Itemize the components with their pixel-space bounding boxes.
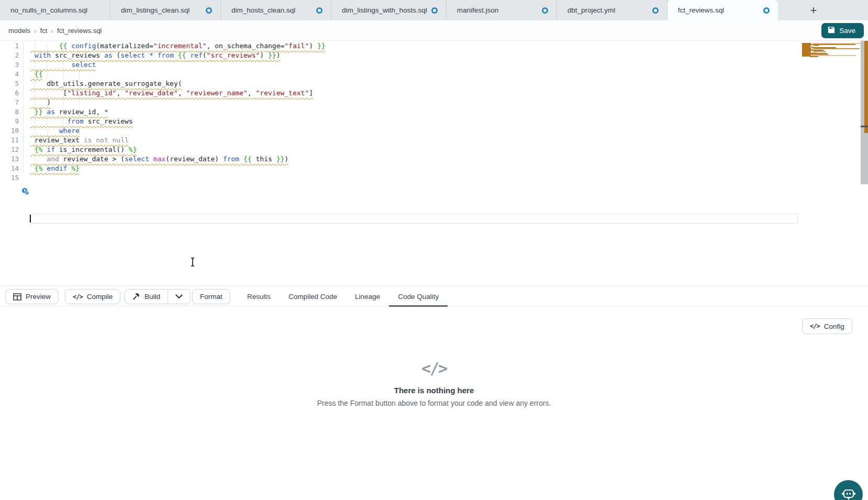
code-line-text: dbt_utils.generate_surrogate_key( (30, 79, 182, 88)
bottom-toolbar: Preview </> Compile Build Format Results… (0, 285, 868, 306)
line-number: 2 (0, 51, 19, 60)
line-number: 4 (0, 70, 19, 79)
editor-tab-label: manifest.json (457, 6, 538, 14)
unsaved-changes-dot (206, 7, 212, 14)
table-icon (13, 293, 21, 301)
breadcrumb-item[interactable]: models (8, 27, 30, 35)
code-quality-panel: </> Config </> There is nothing here Pre… (0, 307, 868, 500)
code-line[interactable]: 4 {{ (0, 70, 326, 79)
line-number: 3 (0, 60, 19, 70)
preview-button[interactable]: Preview (5, 289, 59, 304)
code-line-text: from src_reviews (30, 117, 133, 126)
scrollbar-viewport-line (861, 126, 868, 127)
code-line-text: with src_reviews as (select * from {{ re… (30, 51, 280, 60)
code-editor[interactable]: 1 {{ config(materialized="incremental", … (0, 41, 868, 285)
unsaved-changes-dot (431, 7, 438, 14)
preview-button-label: Preview (26, 293, 51, 301)
mouse-ibeam-cursor (190, 257, 196, 270)
code-slash-icon: </> (0, 359, 868, 377)
editor-tab-label: dim_hosts_clean.sql (231, 6, 312, 14)
save-button-label: Save (839, 27, 855, 35)
code-line[interactable]: 8 }} as review_id, * (0, 107, 326, 117)
breadcrumb-item[interactable]: fct (40, 27, 48, 35)
line-number: 13 (0, 154, 19, 164)
editor-tab[interactable]: dim_listings_with_hosts.sql (331, 0, 447, 20)
panel-tab-code-quality[interactable]: Code Quality (389, 286, 448, 307)
editor-tab[interactable]: dim_hosts_clean.sql (221, 0, 331, 20)
editor-tab[interactable]: no_nulls_in_columns.sql (0, 0, 110, 20)
unsaved-changes-dot (316, 7, 322, 14)
breadcrumb-bar: models›fct›fct_reviews.sql Save (0, 20, 868, 41)
empty-state-title: There is nothing here (0, 386, 868, 395)
code-line[interactable]: 2 with src_reviews as (select * from {{ … (0, 51, 326, 60)
panel-tab-results[interactable]: Results (238, 286, 280, 307)
current-line-highlight (29, 214, 798, 224)
unsaved-changes-dot (652, 7, 659, 14)
line-number: 1 (0, 41, 19, 51)
code-line[interactable]: 11 review_text is not null (0, 136, 326, 145)
breadcrumb: models›fct›fct_reviews.sql (8, 20, 102, 41)
unsaved-changes-dot (763, 7, 770, 14)
floppy-disk-icon (828, 26, 835, 35)
build-split-button: Build (125, 289, 191, 304)
line-number: 14 (0, 164, 19, 173)
code-line[interactable]: 1 {{ config(materialized="incremental", … (0, 41, 326, 51)
line-number: 12 (0, 145, 19, 154)
panel-tab-list: ResultsCompiled CodeLineageCode Quality (238, 286, 448, 307)
code-line[interactable]: 12 {% if is_incremental() %} (0, 145, 326, 154)
editor-tab[interactable]: manifest.json (447, 0, 557, 20)
breadcrumb-separator-icon: › (34, 27, 37, 35)
code-line[interactable]: 7 ) (0, 98, 326, 107)
text-caret (30, 215, 31, 223)
code-line[interactable]: 9 from src_reviews (0, 117, 326, 126)
format-button[interactable]: Format (192, 289, 230, 304)
scrollbar-warning-marks (864, 41, 868, 133)
line-number: 15 (0, 173, 19, 183)
code-icon: </> (73, 293, 83, 301)
build-options-chevron[interactable] (168, 290, 190, 304)
code-line-text: {% if is_incremental() %} (30, 145, 137, 154)
editor-tab[interactable]: dim_listings_clean.sql (110, 0, 221, 20)
code-line[interactable]: 6 ["listing_id", "review_date", "reviewe… (0, 88, 326, 98)
compile-button[interactable]: </> Compile (65, 289, 120, 304)
save-button[interactable]: Save (821, 23, 864, 38)
code-line-text: review_text is not null (30, 136, 129, 145)
code-line-text: ["listing_id", "review_date", "reviewer_… (30, 88, 313, 98)
config-button-label: Config (824, 323, 844, 330)
editor-tab[interactable]: dbt_project.yml (557, 0, 667, 20)
code-line[interactable]: 13 and review_date > (select max(review_… (0, 154, 326, 164)
lightbulb-quickfix-icon[interactable] (21, 187, 29, 197)
editor-tab[interactable]: fct_reviews.sql (667, 0, 778, 20)
config-button[interactable]: </> Config (802, 318, 852, 334)
line-number: 11 (0, 136, 19, 145)
code-line-text: and review_date > (select max(review_dat… (30, 154, 288, 164)
build-button-label: Build (144, 293, 160, 301)
unsaved-changes-dot (542, 7, 548, 14)
breadcrumb-item[interactable]: fct_reviews.sql (57, 27, 102, 35)
editor-tab-label: dim_listings_with_hosts.sql (342, 6, 427, 14)
code-icon: </> (810, 323, 820, 330)
format-button-label: Format (200, 293, 222, 301)
chevron-down-icon (175, 294, 183, 299)
code-line-text: {% endif %} (30, 164, 80, 173)
editor-tab-label: no_nulls_in_columns.sql (10, 6, 102, 14)
editor-scrollbar[interactable] (861, 41, 868, 285)
build-button[interactable]: Build (125, 290, 168, 304)
editor-tab-label: dbt_project.yml (567, 6, 648, 14)
code-line-text: ) (30, 98, 51, 107)
line-number: 6 (0, 88, 19, 98)
editor-minimap[interactable] (802, 41, 861, 285)
code-line[interactable]: 15 (0, 173, 326, 183)
panel-tab-lineage[interactable]: Lineage (346, 286, 389, 307)
line-number: 5 (0, 79, 19, 88)
code-line[interactable]: 5 dbt_utils.generate_surrogate_key( (0, 79, 326, 88)
code-line[interactable]: 10 where (0, 126, 326, 136)
new-tab-button[interactable]: + (803, 0, 824, 20)
code-line[interactable]: 14 {% endif %} (0, 164, 326, 173)
code-line-text: select (30, 60, 96, 70)
empty-state-subtitle: Press the Format button above to format … (0, 399, 868, 407)
code-line-text: }} as review_id, * (30, 107, 108, 117)
panel-tab-compiled-code[interactable]: Compiled Code (280, 286, 346, 307)
code-line[interactable]: 3 select (0, 60, 326, 70)
breadcrumb-separator-icon: › (51, 27, 53, 35)
